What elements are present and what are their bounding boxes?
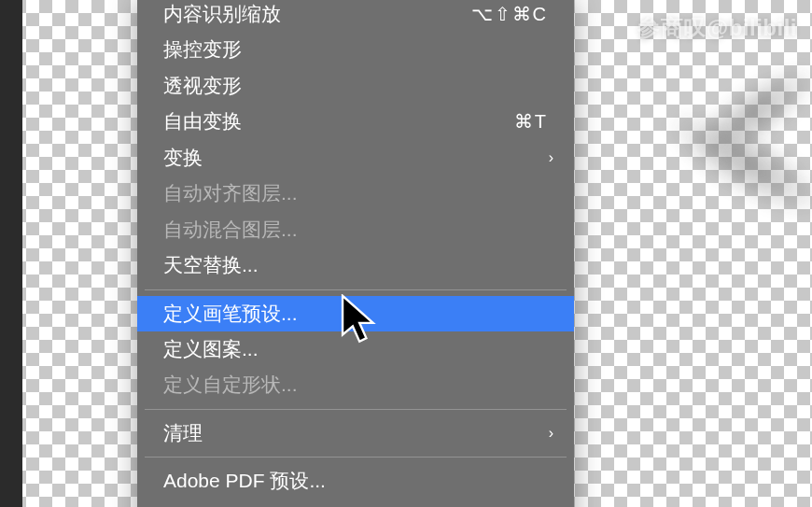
menu-item[interactable]: 预设›	[137, 500, 574, 507]
chevron-right-icon: ›	[549, 422, 553, 444]
menu-item[interactable]: 定义图案...	[137, 331, 574, 367]
menu-item[interactable]: 自由变换⌘T	[137, 104, 574, 139]
menu-item[interactable]: 变换›	[137, 140, 574, 176]
chevron-right-icon: ›	[549, 147, 553, 168]
menu-item-shortcut: ⌥⇧⌘C	[471, 1, 548, 28]
menu-item-shortcut: ⌘T	[514, 108, 548, 135]
menu-item-label: 定义画笔预设...	[163, 300, 298, 328]
menu-item[interactable]: 天空替换...	[137, 247, 574, 283]
edit-menu-dropdown[interactable]: 内容识别缩放⌥⇧⌘C操控变形透视变形自由变换⌘T变换›自动对齐图层...自动混合…	[137, 0, 574, 507]
menu-item-label: 自动对齐图层...	[163, 179, 298, 207]
menu-item-label: Adobe PDF 预设...	[163, 467, 326, 495]
menu-item-label: 自动混合图层...	[163, 216, 298, 244]
menu-item-label: 天空替换...	[163, 251, 259, 279]
menu-item: 定义自定形状...	[137, 367, 574, 402]
menu-item[interactable]: 透视变形	[137, 68, 574, 104]
menu-item: 自动对齐图层...	[137, 176, 574, 211]
menu-item-label: 变换	[163, 144, 203, 172]
menu-item[interactable]: 定义画笔预设...	[137, 296, 574, 331]
menu-item-label: 内容识别缩放	[163, 0, 281, 28]
menu-item-label: 操控变形	[163, 35, 242, 63]
menu-item: 自动混合图层...	[137, 212, 574, 247]
menu-item-label: 预设	[163, 503, 203, 507]
menu-item[interactable]: 内容识别缩放⌥⇧⌘C	[137, 0, 574, 32]
menu-item-label: 定义图案...	[163, 335, 259, 363]
app-left-strip	[0, 0, 22, 507]
menu-item[interactable]: 清理›	[137, 415, 574, 451]
menu-item-label: 自由变换	[163, 107, 242, 135]
menu-item-label: 清理	[163, 419, 203, 447]
menu-separator	[145, 457, 567, 458]
menu-item[interactable]: 操控变形	[137, 32, 574, 67]
menu-item-label: 定义自定形状...	[163, 371, 298, 399]
menu-item-label: 透视变形	[163, 72, 242, 100]
menu-item[interactable]: Adobe PDF 预设...	[137, 463, 574, 499]
menu-separator	[145, 409, 567, 410]
menu-separator	[145, 289, 567, 290]
